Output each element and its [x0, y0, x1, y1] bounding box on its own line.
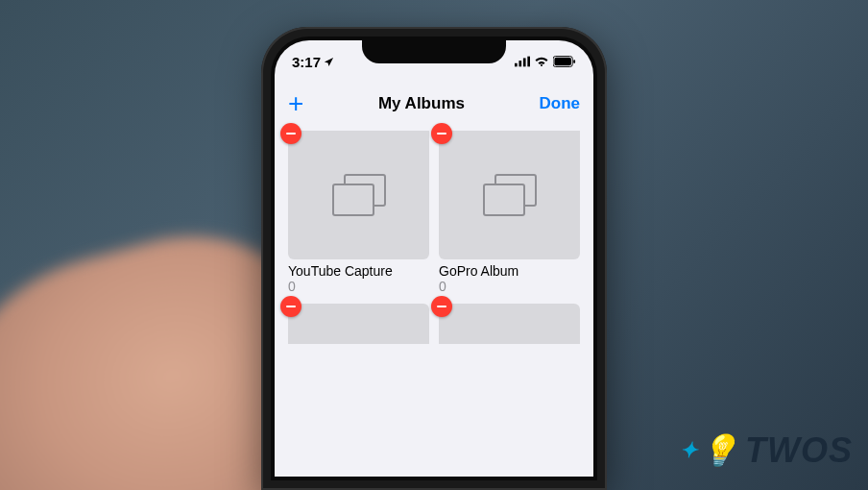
album-thumbnail: [439, 304, 580, 344]
svg-rect-3: [527, 56, 530, 66]
album-item[interactable]: [439, 304, 580, 344]
phone-bezel: 3:17: [271, 37, 597, 480]
album-name: GoPro Album: [439, 263, 580, 279]
album-count: 0: [288, 279, 429, 294]
watermark-text: TWOS: [745, 430, 853, 471]
delete-album-button[interactable]: [431, 296, 452, 317]
lightbulb-icon: 💡: [700, 432, 739, 469]
status-time: 3:17: [292, 54, 321, 70]
status-right: [515, 54, 576, 70]
album-thumbnail: [288, 131, 429, 259]
svg-rect-6: [573, 60, 575, 63]
delete-album-button[interactable]: [280, 296, 301, 317]
page-title: My Albums: [378, 94, 465, 113]
album-name: YouTube Capture: [288, 263, 429, 279]
add-album-button[interactable]: +: [288, 90, 303, 117]
phone-body: 3:17: [261, 27, 607, 490]
nav-header: + My Albums Done: [275, 83, 593, 125]
album-item[interactable]: YouTube Capture 0: [288, 131, 429, 294]
battery-icon: [553, 54, 576, 70]
svg-rect-2: [523, 58, 526, 66]
location-services-icon: [324, 54, 334, 70]
phone-screen: 3:17: [275, 40, 593, 477]
delete-album-button[interactable]: [431, 123, 452, 144]
album-item[interactable]: [288, 304, 429, 344]
status-left: 3:17: [292, 54, 334, 70]
album-grid: YouTube Capture 0 GoPro Album 0: [275, 125, 593, 344]
delete-album-button[interactable]: [280, 123, 301, 144]
empty-album-icon: [483, 174, 537, 216]
svg-rect-1: [518, 61, 521, 66]
lightbulb-rays-icon: ✦: [680, 438, 698, 463]
svg-rect-5: [554, 57, 571, 64]
album-item[interactable]: GoPro Album 0: [439, 131, 580, 294]
empty-album-icon: [332, 174, 386, 216]
album-count: 0: [439, 279, 580, 294]
album-thumbnail: [439, 131, 580, 259]
svg-rect-0: [515, 62, 518, 66]
album-thumbnail: [288, 304, 429, 344]
watermark-logo: ✦ 💡 TWOS: [680, 430, 853, 471]
cellular-signal-icon: [515, 54, 530, 70]
wifi-icon: [534, 54, 549, 70]
phone-notch: [362, 37, 506, 63]
done-button[interactable]: Done: [540, 94, 581, 113]
